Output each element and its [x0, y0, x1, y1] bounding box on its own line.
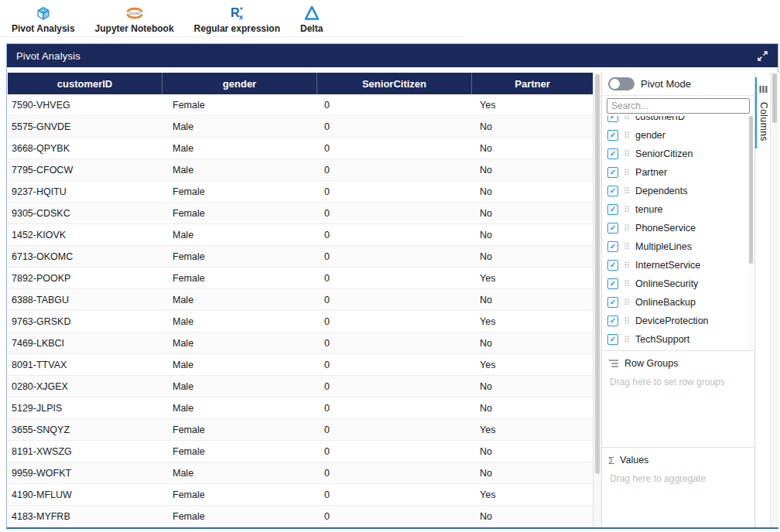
drag-handle-icon[interactable]: ⠿ — [624, 116, 630, 121]
grid-cell[interactable]: 0 — [317, 360, 472, 370]
table-row[interactable]: 1452-KIOVKMale0No — [8, 224, 593, 246]
table-row[interactable]: 8191-XWSZGFemale0No — [8, 441, 593, 462]
checkbox-icon[interactable]: ✓ — [607, 334, 618, 345]
column-item[interactable]: ✓⠿customerID — [602, 116, 748, 126]
drag-handle-icon[interactable]: ⠿ — [624, 187, 630, 196]
grid-cell[interactable]: Yes — [472, 100, 593, 111]
grid-cell[interactable]: 7795-CFOCW — [8, 165, 162, 176]
checkbox-icon[interactable]: ✓ — [607, 278, 618, 289]
grid-cell[interactable]: 0 — [317, 425, 472, 435]
column-item[interactable]: ✓⠿gender — [602, 126, 748, 145]
grid-cell[interactable]: Female — [162, 273, 317, 284]
grid-cell[interactable]: Female — [162, 511, 317, 522]
row-groups-dropzone[interactable]: Row Groups Drag here to set row groups — [602, 350, 754, 447]
column-header-gender[interactable]: gender — [162, 73, 317, 94]
grid-cell[interactable]: Male — [162, 143, 317, 154]
grid-cell[interactable]: 0 — [317, 251, 472, 262]
grid-cell[interactable]: 0 — [317, 511, 472, 522]
drag-handle-icon[interactable]: ⠿ — [624, 131, 630, 140]
checkbox-icon[interactable]: ✓ — [607, 241, 618, 252]
checkbox-icon[interactable]: ✓ — [607, 186, 618, 196]
grid-cell[interactable]: 5129-JLPIS — [8, 403, 162, 414]
grid-cell[interactable]: No — [472, 511, 593, 522]
grid-cell[interactable]: Female — [162, 208, 317, 219]
panel-scrollbar-thumb[interactable] — [772, 73, 777, 123]
grid-cell[interactable]: Female — [162, 489, 317, 500]
toolbar-item-jupyter-notebook[interactable]: jupyter Jupyter Notebook — [85, 2, 184, 36]
table-row[interactable]: 9959-WOFKTMale0No — [8, 462, 593, 484]
table-row[interactable]: 7892-POOKPFemale0Yes — [8, 268, 593, 289]
grid-cell[interactable]: 9237-HQITU — [8, 186, 162, 197]
grid-cell[interactable]: 0 — [317, 143, 472, 154]
grid-cell[interactable]: Female — [162, 186, 317, 197]
column-item[interactable]: ✓⠿DeviceProtection — [602, 312, 748, 330]
table-row[interactable]: 3655-SNQYZFemale0Yes — [8, 419, 593, 441]
checkbox-icon[interactable]: ✓ — [607, 223, 618, 234]
column-header-partner[interactable]: Partner — [472, 73, 593, 94]
table-row[interactable]: 6388-TABGUMale0No — [8, 289, 593, 311]
checkbox-icon[interactable]: ✓ — [607, 116, 618, 122]
column-item[interactable]: ✓⠿MultipleLines — [602, 237, 748, 256]
checkbox-icon[interactable]: ✓ — [607, 204, 618, 215]
table-row[interactable]: 9763-GRSKDMale0Yes — [8, 311, 593, 332]
grid-cell[interactable]: 0 — [317, 165, 472, 176]
grid-cell[interactable]: Male — [162, 403, 317, 414]
grid-cell[interactable]: 0 — [317, 381, 472, 392]
column-item[interactable]: ✓⠿tenure — [602, 200, 748, 219]
grid-cell[interactable]: Female — [162, 446, 317, 457]
grid-cell[interactable]: No — [472, 186, 593, 197]
grid-cell[interactable]: Female — [162, 425, 317, 435]
grid-cell[interactable]: No — [472, 208, 593, 219]
grid-cell[interactable]: Male — [162, 338, 317, 349]
grid-cell[interactable]: No — [472, 403, 593, 414]
grid-cell[interactable]: 0 — [317, 468, 472, 479]
column-item[interactable]: ✓⠿Partner — [602, 163, 748, 182]
checkbox-icon[interactable]: ✓ — [607, 167, 618, 178]
grid-cell[interactable]: Male — [162, 230, 317, 240]
grid-cell[interactable]: Male — [162, 165, 317, 176]
table-row[interactable]: 8091-TTVAXMale0Yes — [8, 354, 593, 376]
grid-cell[interactable]: 0 — [317, 273, 472, 284]
grid-cell[interactable]: 4190-MFLUW — [8, 489, 162, 500]
grid-cell[interactable]: Female — [162, 251, 317, 262]
grid-cell[interactable]: 0 — [317, 100, 472, 111]
column-list-scrollbar-thumb[interactable] — [749, 116, 753, 264]
drag-handle-icon[interactable]: ⠿ — [624, 243, 630, 251]
checkbox-icon[interactable]: ✓ — [607, 297, 618, 308]
grid-cell[interactable]: 8091-TTVAX — [8, 360, 162, 370]
drag-handle-icon[interactable]: ⠿ — [624, 280, 630, 288]
grid-cell[interactable]: Female — [162, 100, 317, 111]
pivot-mode-toggle[interactable] — [608, 77, 635, 90]
table-row[interactable]: 3668-QPYBKMale0No — [8, 138, 593, 159]
grid-cell[interactable]: 3655-SNQYZ — [8, 425, 162, 435]
column-header-seniorcitizen[interactable]: SeniorCitizen — [317, 73, 472, 94]
grid-cell[interactable]: 7590-VHVEG — [8, 100, 162, 111]
drag-handle-icon[interactable]: ⠿ — [624, 206, 630, 214]
column-item[interactable]: ✓⠿PhoneService — [602, 219, 748, 237]
grid-cell[interactable]: 0 — [317, 316, 472, 327]
grid-cell[interactable]: 6388-TABGU — [8, 295, 162, 305]
drag-handle-icon[interactable]: ⠿ — [624, 169, 630, 177]
column-item[interactable]: ✓⠿InternetService — [602, 256, 748, 275]
grid-cell[interactable]: No — [472, 446, 593, 457]
table-row[interactable]: 7590-VHVEGFemale0Yes — [8, 94, 593, 116]
panel-scrollbar[interactable] — [770, 73, 778, 527]
grid-cell[interactable]: No — [472, 121, 593, 132]
grid-cell[interactable]: No — [472, 230, 593, 240]
toolbar-item-regular-expression[interactable]: R x Regular expression — [184, 2, 290, 36]
drag-handle-icon[interactable]: ⠿ — [624, 317, 630, 326]
grid-cell[interactable]: Male — [162, 360, 317, 370]
drag-handle-icon[interactable]: ⠿ — [624, 150, 630, 159]
column-header-customerid[interactable]: customerID — [8, 73, 162, 94]
table-row[interactable]: 7469-LKBCIMale0No — [8, 332, 593, 354]
checkbox-icon[interactable]: ✓ — [607, 148, 618, 159]
tab-columns[interactable]: Columns — [755, 77, 770, 148]
drag-handle-icon[interactable]: ⠿ — [624, 298, 630, 307]
drag-handle-icon[interactable]: ⠿ — [624, 224, 630, 233]
table-row[interactable]: 4183-MYFRBFemale0No — [8, 506, 593, 527]
checkbox-icon[interactable]: ✓ — [607, 260, 618, 271]
grid-cell[interactable]: 0 — [317, 338, 472, 349]
grid-cell[interactable]: No — [472, 381, 593, 392]
grid-cell[interactable]: 7892-POOKP — [8, 273, 162, 284]
table-row[interactable]: 7795-CFOCWMale0No — [8, 159, 593, 181]
